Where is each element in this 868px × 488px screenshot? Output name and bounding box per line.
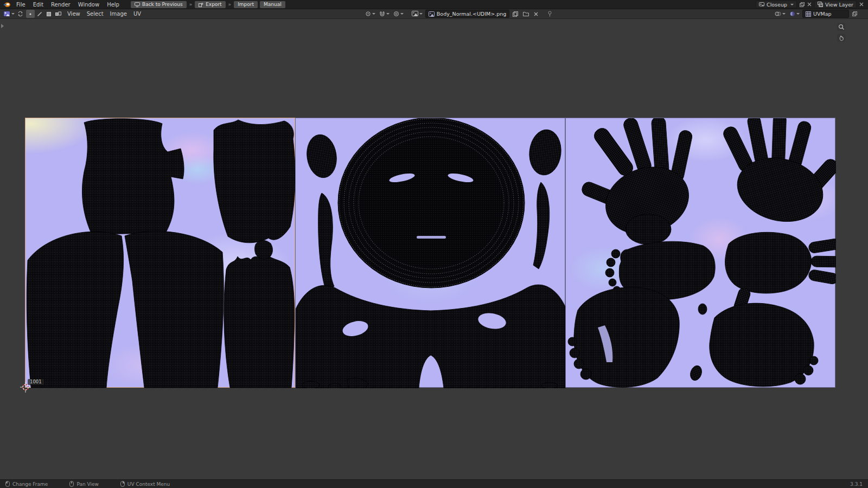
chevron-down-icon — [372, 13, 375, 15]
new-image-icon — [513, 11, 518, 17]
edge-select-button[interactable] — [35, 10, 44, 18]
open-folder-icon — [523, 11, 529, 16]
chevron-down-icon — [782, 13, 786, 15]
status-change-frame: Change Frame — [5, 481, 48, 487]
unlink-scene-icon[interactable] — [807, 2, 812, 7]
status-label: Change Frame — [12, 481, 48, 487]
chevron-down-icon — [386, 13, 390, 15]
uv-island-strip-left — [318, 193, 334, 291]
udim-tile-1001[interactable]: 1001 — [25, 118, 295, 388]
pan-hand-icon[interactable] — [837, 34, 845, 42]
uv-island-ear-left — [304, 133, 340, 180]
scene-selector[interactable]: Closeup — [756, 1, 797, 8]
uv-island-leg-right — [125, 231, 224, 388]
import-label: Import — [238, 2, 254, 7]
topbar: File Edit Render Window Help Back to Pre… — [0, 0, 868, 9]
status-pan-view: Pan View — [69, 481, 98, 487]
cursor-2d — [20, 382, 31, 393]
view-layer-icon — [818, 2, 823, 7]
unlink-image-button[interactable] — [532, 10, 540, 18]
uv-select-mode-group — [26, 10, 62, 18]
scene-name: Closeup — [767, 2, 787, 8]
uv-island-bit — [541, 382, 558, 388]
menu-view[interactable]: View — [64, 11, 84, 17]
export-icon — [199, 2, 203, 7]
menu-window[interactable]: Window — [74, 2, 103, 8]
chevron-down-icon — [419, 13, 423, 15]
uv-island-small — [255, 240, 273, 259]
new-scene-icon[interactable] — [800, 2, 805, 7]
pin-icon — [547, 11, 552, 17]
island-select-icon — [55, 11, 61, 17]
view-layer-selector[interactable]: View Layer — [814, 1, 857, 8]
snap-magnet-icon — [379, 11, 385, 17]
new-image-button[interactable] — [511, 10, 520, 18]
face-select-icon — [46, 11, 52, 17]
remove-view-layer-icon[interactable] — [859, 2, 864, 7]
topbar-menus: File Edit Render Window Help — [12, 2, 123, 8]
image-datablock-field[interactable]: Body_Normal.<UDIM>.png — [425, 10, 509, 18]
uv-island-hand-left — [580, 118, 698, 245]
uv-islands-head — [296, 118, 566, 388]
vertex-select-icon — [28, 11, 33, 17]
uvmap-copy-button[interactable] — [851, 10, 859, 18]
menu-render[interactable]: Render — [47, 2, 74, 8]
pivot-icon — [365, 11, 371, 17]
menu-select[interactable]: Select — [84, 11, 107, 17]
back-to-previous-button[interactable]: Back to Previous — [131, 1, 187, 8]
menu-uv[interactable]: UV — [130, 11, 144, 17]
uv-sync-toggle[interactable] — [16, 10, 24, 18]
menu-help[interactable]: Help — [103, 2, 123, 8]
manual-label: Manual — [264, 2, 282, 7]
udim-tile-1002[interactable] — [295, 118, 565, 388]
back-to-previous-label: Back to Previous — [142, 2, 183, 7]
uv-island-hand-right — [722, 118, 836, 230]
image-name: Body_Normal.<UDIM>.png — [437, 11, 506, 17]
uvmap-selector[interactable]: UVMap — [802, 10, 849, 18]
chevron-down-icon — [11, 13, 15, 15]
uv-canvas[interactable]: 1001 — [0, 20, 868, 479]
uv-islands-body — [25, 118, 296, 388]
mouse-middle-icon — [69, 481, 74, 487]
proportional-edit-icon — [393, 11, 399, 17]
uv-island-scalp-band — [296, 285, 566, 388]
uv-editor-header: View Select Image UV — [0, 9, 868, 19]
editor-type-icon — [3, 11, 10, 17]
browse-image-button[interactable] — [411, 10, 424, 18]
proportional-edit-button[interactable] — [392, 10, 405, 18]
pivot-point-button[interactable] — [364, 10, 376, 18]
gizmos-button[interactable] — [774, 10, 787, 18]
uv-island-strip-right — [533, 182, 550, 269]
mouse-right-icon — [120, 481, 125, 487]
uv-islands-hands-feet — [566, 118, 836, 388]
unlink-icon — [534, 12, 538, 16]
zoom-icon[interactable] — [837, 23, 845, 31]
editor-type-button[interactable] — [2, 10, 16, 18]
vertex-select-button[interactable] — [26, 10, 35, 18]
statusbar: Change Frame Pan View UV Context Menu 3.… — [0, 479, 868, 488]
snapping-button[interactable] — [378, 10, 391, 18]
pin-image-button[interactable] — [545, 10, 554, 18]
open-image-button[interactable] — [521, 10, 530, 18]
blender-logo-icon[interactable] — [3, 2, 11, 8]
image-icon — [429, 11, 435, 17]
topbar-right: Closeup View Layer — [756, 1, 868, 8]
udim-tile-1003[interactable] — [565, 118, 835, 388]
workspace-separator: » — [228, 2, 232, 7]
overlay-icon — [775, 11, 781, 17]
edge-select-icon — [37, 11, 42, 17]
menu-file[interactable]: File — [12, 2, 29, 8]
copy-icon — [852, 11, 857, 16]
menu-image[interactable]: Image — [107, 11, 130, 17]
island-select-button[interactable] — [54, 10, 62, 18]
export-button[interactable]: Export — [195, 1, 225, 8]
menu-edit[interactable]: Edit — [29, 2, 47, 8]
chevron-down-icon — [790, 4, 794, 5]
region-expand-icon[interactable] — [1, 24, 4, 28]
display-channels-button[interactable] — [788, 10, 801, 18]
face-select-button[interactable] — [44, 10, 53, 18]
manual-button[interactable]: Manual — [260, 1, 285, 8]
uv-grid-icon — [806, 11, 811, 17]
status-uv-context-menu: UV Context Menu — [120, 481, 170, 487]
import-button[interactable]: Import — [234, 1, 258, 8]
